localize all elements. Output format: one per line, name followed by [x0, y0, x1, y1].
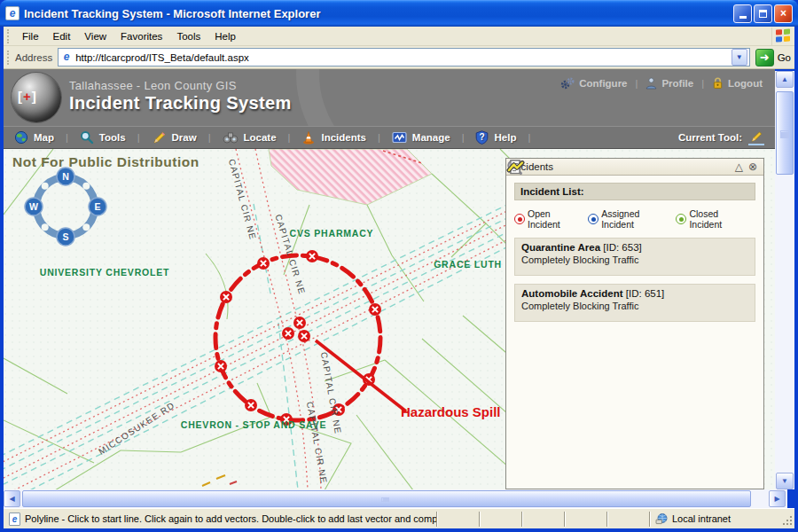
resize-grip[interactable]	[780, 512, 794, 527]
binoculars-icon	[223, 131, 239, 144]
incident-item-accident[interactable]: Automobile Accident [ID: 651] Completely…	[514, 284, 755, 322]
app-header: [+] Tallahassee - Leon County GIS Incide…	[4, 69, 775, 126]
toolbar-help[interactable]: ? Help	[475, 130, 516, 145]
svg-text:W: W	[29, 201, 38, 212]
svg-text:?: ?	[480, 132, 485, 142]
svg-text:S: S	[62, 231, 68, 242]
toolbar-draw[interactable]: Draw	[152, 130, 197, 145]
scroll-left-button[interactable]: ◀	[4, 490, 20, 507]
go-button[interactable]: ➜	[755, 49, 774, 66]
configure-link[interactable]: Configure	[560, 77, 627, 90]
close-button[interactable]: ×	[774, 4, 793, 23]
place-label-chevron: CHEVRON - STOP AND SAVE	[181, 419, 326, 430]
menu-favorites[interactable]: Favorites	[113, 28, 169, 44]
status-cell	[606, 512, 649, 527]
pencil-icon	[152, 130, 167, 145]
app-title: Incident Tracking System	[69, 93, 292, 113]
scroll-up-button[interactable]: ▲	[776, 71, 794, 88]
compass-north-button[interactable]: N	[57, 168, 74, 185]
compass-south-button[interactable]: S	[57, 228, 74, 246]
compass-west-button[interactable]: W	[25, 198, 43, 215]
closed-incident-icon	[676, 214, 686, 224]
horizontal-scrollbar[interactable]: ◀ ▶	[4, 489, 787, 508]
vertical-scrollbar[interactable]: ▲ ▼	[775, 71, 794, 489]
polyline-icon[interactable]	[506, 159, 525, 176]
status-cell	[436, 512, 479, 527]
place-label-grace: GRACE LUTH	[434, 259, 502, 270]
magnifier-icon	[80, 130, 94, 145]
traffic-cone-icon	[301, 130, 316, 145]
org-title: Tallahassee - Leon County GIS	[69, 79, 237, 92]
current-tool-label: Current Tool:	[678, 132, 742, 143]
svg-text:N: N	[62, 171, 69, 182]
status-cell	[521, 512, 564, 527]
incident-list-header: Incident List:	[514, 183, 755, 200]
title-bar: e Incident Tracking System - Microsoft I…	[0, 0, 798, 27]
status-bar: e Polyline - Click to start line. Click …	[4, 508, 794, 528]
status-cell	[479, 512, 521, 527]
toolbar-locate[interactable]: Locate	[223, 131, 277, 144]
svg-text:E: E	[94, 201, 100, 212]
incident-id: [ID: 653]	[603, 242, 641, 253]
gis-globe-logo: [+]	[12, 73, 61, 122]
address-grip	[7, 51, 12, 65]
toolbar-map[interactable]: Map	[14, 130, 54, 145]
incident-status: Completely Blocking Traffic	[521, 301, 748, 311]
scroll-down-button[interactable]: ▼	[776, 473, 794, 489]
address-bar: Address e ▼ ➜ Go	[4, 46, 794, 69]
menu-tools[interactable]: Tools	[169, 28, 207, 44]
menu-bar: File Edit View Favorites Tools Help	[4, 27, 794, 46]
legend-open-incident: Open Incident	[514, 208, 580, 230]
toolbar-incidents[interactable]: Incidents	[301, 130, 365, 145]
legend-closed-incident: Closed Incident	[676, 208, 747, 230]
current-tool-pencil-icon	[748, 130, 764, 145]
status-message: Polyline - Click to start line. Click ag…	[25, 513, 436, 524]
toolbar-manage[interactable]: Manage	[392, 130, 450, 145]
address-dropdown-button[interactable]: ▼	[732, 49, 747, 66]
browser-window: e Incident Tracking System - Microsoft I…	[0, 0, 798, 532]
maximize-button[interactable]	[754, 4, 772, 23]
address-input[interactable]	[73, 52, 731, 63]
scroll-right-button[interactable]: ▶	[769, 490, 786, 507]
toolbar-tools[interactable]: Tools	[80, 130, 126, 145]
menu-file[interactable]: File	[15, 28, 46, 44]
watermark-label: Not For Public Distribution	[12, 154, 200, 169]
address-field: e ▼	[58, 48, 749, 66]
open-incident-icon	[514, 214, 525, 224]
compass-east-button[interactable]: E	[89, 198, 106, 215]
globe-icon	[14, 130, 28, 145]
menu-edit[interactable]: Edit	[46, 28, 78, 44]
address-label: Address	[15, 52, 52, 63]
incidents-panel-header: Incidents △ ⊗	[506, 159, 763, 176]
incident-status: Completely Blocking Traffic	[521, 254, 748, 265]
help-shield-icon: ?	[475, 130, 489, 145]
status-ie-icon: e	[9, 512, 20, 526]
horizontal-scroll-thumb[interactable]	[22, 490, 751, 507]
windows-logo-icon	[771, 27, 794, 45]
collapse-panel-icon[interactable]: △	[735, 161, 743, 172]
local-intranet-icon	[655, 513, 668, 525]
minimize-button[interactable]	[733, 4, 752, 23]
status-cell	[564, 512, 606, 527]
map-toolbar: Map | Tools | Draw | Locate |	[4, 126, 775, 149]
close-panel-icon[interactable]: ⊗	[748, 161, 757, 172]
monitor-chart-icon	[392, 130, 407, 145]
incident-id: [ID: 651]	[626, 288, 664, 299]
person-icon	[645, 77, 657, 90]
go-label[interactable]: Go	[778, 52, 791, 63]
assigned-incident-icon	[588, 214, 598, 224]
menu-help[interactable]: Help	[207, 28, 243, 44]
gears-icon	[560, 77, 575, 90]
incidents-panel: Incidents △ ⊗ Incident List: Open Incide…	[505, 158, 764, 489]
logout-link[interactable]: Logout	[712, 77, 763, 90]
profile-link[interactable]: Profile	[645, 77, 693, 90]
status-zone: Local intranet	[672, 513, 731, 524]
padlock-icon	[712, 77, 724, 90]
legend-assigned-incident: Assigned Incident	[588, 208, 668, 230]
ie-page-icon: e	[5, 6, 20, 20]
incident-item-quarantine[interactable]: Quarantine Area [ID: 653] Completely Blo…	[514, 238, 755, 276]
place-label-university: UNIVERSITY CHEVROLET	[40, 267, 170, 278]
vertical-scroll-thumb[interactable]	[776, 91, 794, 175]
place-label-cvs: CVS PHARMACY	[290, 228, 374, 239]
menu-view[interactable]: View	[77, 28, 113, 44]
